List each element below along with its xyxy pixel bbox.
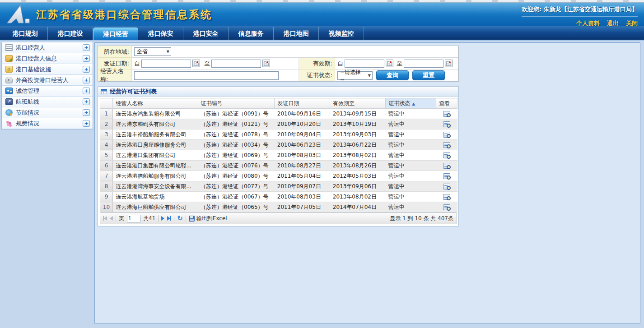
cell-issue-date: 2010年09月07日 (275, 181, 330, 192)
sidebar-item[interactable]: 规费情况 + (2, 118, 93, 129)
calendar-icon[interactable] (445, 60, 453, 67)
column-row-number (100, 98, 113, 109)
reset-button[interactable]: 重置 (412, 70, 445, 80)
view-detail-icon[interactable] (443, 121, 450, 127)
cell-valid-until: 2013年08月02日 (330, 192, 386, 202)
expand-plus-button[interactable]: + (83, 55, 90, 62)
cell-cert-status: 营运中 (386, 202, 436, 213)
cell-cert-status: 营运中 (386, 150, 436, 161)
cell-valid-until: 2013年08月02日 (330, 150, 386, 161)
view-detail-icon[interactable] (443, 142, 450, 148)
nav-tab[interactable]: 视频监控 (319, 27, 364, 40)
refresh-icon[interactable]: ↻ (177, 215, 183, 222)
view-detail-icon[interactable] (443, 194, 450, 200)
table-row[interactable]: 4 连云港港口房屋维修服务公司 （苏连）港经证（0034）号 2010年06月2… (100, 140, 457, 150)
table-row[interactable]: 9 连云港海航基地货场 （苏连）港经证（0067）号 2010年08月03日 2… (100, 192, 457, 202)
cell-issue-date: 2010年08月03日 (275, 192, 330, 202)
header-link[interactable]: 关闭 (626, 19, 638, 28)
calendar-icon[interactable] (262, 60, 270, 67)
query-button[interactable]: 查询 (376, 70, 409, 80)
sidebar-item[interactable]: 外商投资港口经营人 + (2, 75, 93, 86)
header-link[interactable]: 个人资料 (576, 19, 600, 28)
view-detail-icon[interactable] (443, 173, 450, 179)
facility-icon (5, 66, 13, 73)
row-number: 10 (100, 202, 113, 213)
expand-plus-button[interactable]: + (83, 120, 90, 127)
prev-page-button[interactable] (110, 216, 113, 221)
issue-date-to-input[interactable] (211, 60, 261, 68)
table-row[interactable]: 3 连云港丰裕船舶服务有限公司 （苏连）港经证（0078）号 2010年09月0… (100, 129, 457, 140)
column-issue-date[interactable]: 发证日期 (275, 98, 330, 109)
operator-name-input[interactable] (134, 71, 279, 80)
sidebar-item[interactable]: 航班航线 + (2, 97, 93, 107)
panel-title-bar: 经营许可证书列表 (98, 87, 458, 97)
nav-tab[interactable]: 港口经营 (93, 28, 138, 40)
first-page-button[interactable] (103, 216, 107, 221)
row-number: 5 (100, 150, 113, 161)
header-link[interactable]: 退出 (607, 19, 619, 28)
row-number: 4 (100, 140, 113, 150)
next-page-button[interactable] (161, 216, 164, 221)
expand-plus-button[interactable]: + (83, 109, 90, 116)
nav-tab[interactable]: 港口地图 (274, 27, 319, 40)
validity-to-input[interactable] (404, 60, 443, 68)
expand-plus-button[interactable]: + (83, 66, 90, 73)
table-row[interactable]: 7 连云港港腾船舶服务有限公司 （苏连）港经证（0080）号 2011年05月0… (100, 171, 457, 181)
table-row[interactable]: 10 连云港海巨船舶供应有限公司 （苏连）港经证（0065）号 2011年07月… (100, 202, 457, 213)
sidebar-item[interactable]: 港口经营人信息 + (2, 53, 93, 64)
expand-plus-button[interactable]: + (83, 98, 90, 105)
last-page-button[interactable] (167, 216, 171, 221)
expand-plus-button[interactable]: + (83, 77, 90, 83)
cell-cert-number: （苏连）港经证（0067）号 (198, 192, 275, 202)
view-detail-icon[interactable] (443, 152, 450, 158)
view-detail-icon[interactable] (443, 204, 450, 210)
column-cert-status[interactable]: 证书状态▲ (386, 98, 436, 109)
table-row[interactable]: 8 连云港港湾海事安全设备有限... （苏连）港经证（0077）号 2010年0… (100, 181, 457, 192)
expand-plus-button[interactable]: + (83, 88, 90, 94)
issue-date-from-input[interactable] (141, 60, 191, 68)
cell-cert-status: 营运中 (386, 161, 436, 171)
cell-cert-number: （苏连）港经证（0034）号 (198, 140, 275, 150)
table-row[interactable]: 6 连云港港口集团有限公司轮驳... （苏连）港经证（0076）号 2010年0… (100, 161, 457, 171)
nav-tab[interactable]: 港口规划 (3, 27, 48, 40)
header-links: 个人资料退出关闭 (522, 19, 638, 28)
view-detail-icon[interactable] (443, 184, 450, 189)
column-operator-name[interactable]: 经营人名称 (113, 98, 198, 109)
table-row[interactable]: 5 连云港港口集团有限公司 （苏连）港经证（0069）号 2010年08月03日… (100, 150, 457, 161)
calendar-icon[interactable] (192, 60, 200, 67)
panel-title: 经营许可证书列表 (110, 88, 157, 96)
view-detail-icon[interactable] (443, 163, 450, 169)
page-number-input[interactable] (127, 215, 140, 222)
sidebar-item[interactable]: 节能情况 + (2, 107, 93, 118)
nav-tab[interactable]: 港口保安 (138, 27, 183, 40)
nav-tab[interactable]: 港口建设 (48, 27, 93, 40)
region-select[interactable]: 全省▼ (134, 47, 171, 56)
page-title: 江苏省省级港口综合管理信息系统 (36, 8, 212, 22)
cell-operator-name: 连云港港腾船舶服务有限公司 (113, 171, 198, 181)
nav-tab[interactable]: 信息服务 (229, 27, 274, 40)
column-cert-number[interactable]: 证书编号 (198, 98, 275, 109)
view-detail-icon[interactable] (443, 111, 450, 117)
cert-status-select[interactable]: =请选择=▼ (337, 71, 373, 80)
calendar-icon[interactable] (386, 60, 393, 67)
row-number: 6 (100, 161, 113, 171)
export-excel-button[interactable]: 输出到Excel (189, 215, 227, 222)
sidebar-item[interactable]: 诚信管理 + (2, 86, 93, 97)
save-icon (189, 216, 195, 222)
sidebar-item[interactable]: 港口经营人 + (2, 42, 93, 53)
cell-cert-number: （苏连）港经证（0080）号 (198, 171, 275, 181)
license-table: 经营人名称 证书编号 发证日期 有效期至 证书状态▲ 查看 (100, 98, 457, 213)
nav-tab[interactable]: 港口安全 (183, 27, 229, 40)
sidebar-item[interactable]: 港口基础设施 + (2, 64, 93, 75)
validity-from-input[interactable] (345, 60, 384, 68)
view-detail-icon[interactable] (443, 132, 450, 138)
cell-issue-date: 2011年05月04日 (275, 171, 330, 181)
table-row[interactable]: 2 连云港东粮码头有限公司 （苏连）港经证（0121）号 2010年10月20日… (100, 119, 457, 129)
expand-plus-button[interactable]: + (83, 44, 90, 51)
column-valid-until[interactable]: 有效期至 (330, 98, 386, 109)
cell-cert-number: （苏连）港经证（0069）号 (198, 150, 275, 161)
table-icon (101, 89, 107, 94)
energy-icon (5, 109, 13, 116)
credit-icon (5, 88, 13, 94)
table-row[interactable]: 1 连云港东鸿集装箱有限公司 （苏连）港经证（0091）号 2010年09月16… (100, 109, 457, 119)
